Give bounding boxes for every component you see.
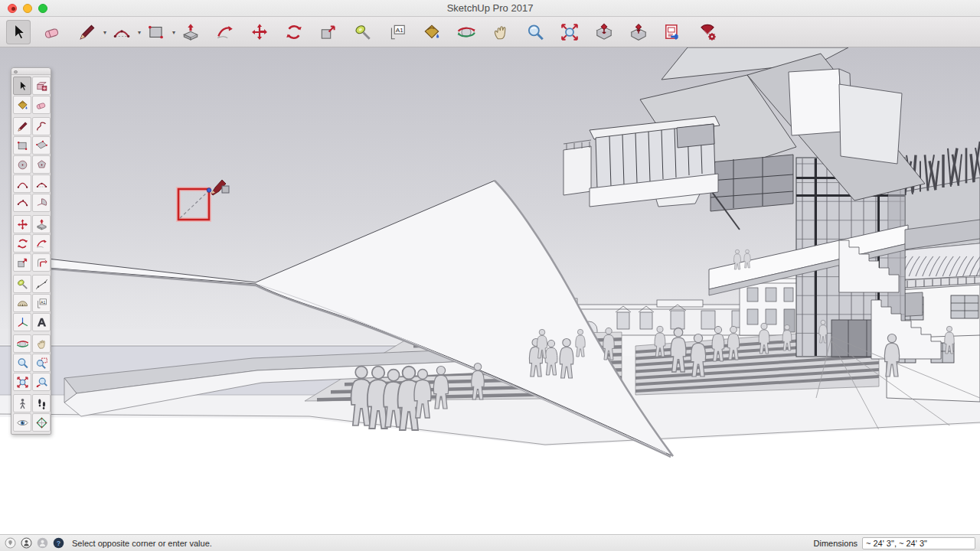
toolbar-button-text[interactable]: A1 [385, 20, 410, 44]
palette-button-zoom-previous[interactable] [32, 373, 51, 391]
palette-button-line[interactable] [13, 117, 31, 135]
palette-button-walk[interactable] [32, 394, 51, 412]
palette-button-text[interactable]: A1 [32, 294, 51, 312]
palette-button-make-component[interactable] [32, 77, 51, 95]
model-canvas[interactable] [0, 47, 980, 534]
tape-measure-icon [353, 22, 373, 42]
maximize-button[interactable] [38, 4, 47, 13]
palette-button-pan[interactable] [32, 334, 51, 353]
eraser-icon [35, 99, 48, 112]
palette-button-tape-measure[interactable] [13, 275, 31, 293]
palette-button-two-point-arc[interactable] [32, 174, 51, 193]
palette-button-select[interactable] [13, 77, 31, 95]
sign-in-status-icon[interactable] [37, 537, 48, 549]
palette-button-arc[interactable] [13, 174, 31, 193]
toolbar-button-extension-warehouse[interactable] [695, 20, 720, 44]
palette-button-zoom-window[interactable] [32, 354, 51, 372]
palette-button-scale[interactable] [13, 253, 31, 272]
toolbar-button-move[interactable] [247, 20, 272, 44]
palette-button-protractor[interactable] [13, 294, 31, 312]
toolbar-button-eraser[interactable] [41, 20, 65, 44]
toolbar-button-rotate[interactable] [282, 20, 306, 44]
pie-icon [35, 197, 48, 210]
toolbar-button-paint-bucket[interactable] [420, 20, 444, 44]
select-icon [16, 80, 29, 93]
palette-button-rotate[interactable] [13, 234, 31, 253]
inference-endpoint-dot [207, 188, 211, 193]
palette-button-axes[interactable] [13, 313, 31, 331]
window-title: SketchUp Pro 2017 [0, 2, 980, 14]
palette-button-rotated-rectangle[interactable] [32, 136, 51, 155]
sketchup-window: SketchUp Pro 2017 ▾▾▾A1 [0, 0, 980, 551]
toolbar-button-two-point-arc[interactable]: ▾ [109, 20, 134, 44]
line-icon [16, 120, 29, 133]
palette-button-section-plane[interactable] [32, 413, 51, 432]
title-bar[interactable]: SketchUp Pro 2017 [0, 0, 980, 17]
two-point-arc-icon [112, 22, 132, 42]
palette-button-three-point-arc[interactable] [13, 194, 31, 212]
toolbar-button-pan[interactable] [488, 20, 513, 44]
toolbar-button-share-model[interactable] [626, 20, 651, 44]
palette-button-pie[interactable] [32, 194, 51, 212]
large-tool-set-palette[interactable]: A1 [11, 67, 51, 435]
help-status-icon[interactable]: ? [53, 537, 64, 549]
eraser-icon [43, 22, 63, 42]
look-around-icon [16, 416, 29, 429]
dimensions-input[interactable] [862, 537, 975, 549]
toolbar-button-zoom[interactable] [523, 20, 547, 44]
palette-group [13, 117, 49, 212]
palette-button-orbit[interactable] [13, 334, 31, 353]
palette-button-rectangle[interactable] [13, 136, 31, 155]
palette-button-freehand[interactable] [32, 117, 51, 135]
dropdown-arrow-icon[interactable]: ▾ [103, 29, 106, 36]
toolbar-button-tape-measure[interactable] [351, 20, 375, 44]
arc-icon [16, 178, 29, 191]
toolbar-button-line[interactable]: ▾ [75, 20, 100, 44]
palette-button-follow-me[interactable] [32, 234, 51, 253]
palette-close-icon[interactable] [14, 70, 18, 74]
palette-button-zoom[interactable] [13, 354, 31, 372]
palette-button-look-around[interactable] [13, 413, 31, 432]
close-button[interactable] [8, 4, 17, 13]
palette-button-zoom-extents[interactable] [13, 373, 31, 391]
scale-icon [318, 22, 338, 42]
palette-button-3d-text[interactable] [32, 313, 51, 331]
polygon-icon [35, 158, 48, 171]
credit-attribution-status-icon[interactable] [21, 537, 32, 549]
toolbar-button-send-to-layout[interactable] [661, 20, 685, 44]
walk-icon [35, 397, 48, 410]
palette-button-paint-bucket[interactable] [13, 96, 31, 114]
geolocation-status-icon[interactable] [5, 537, 16, 549]
palette-button-eraser[interactable] [32, 96, 51, 114]
minimize-button[interactable] [23, 4, 32, 13]
palette-title-bar[interactable] [11, 68, 51, 75]
palette-button-dimension[interactable] [32, 275, 51, 293]
tape-measure-icon [16, 278, 29, 291]
paint-bucket-icon [422, 22, 442, 42]
dropdown-arrow-icon[interactable]: ▾ [138, 29, 141, 36]
palette-button-circle[interactable] [13, 155, 31, 174]
two-point-arc-icon [35, 178, 48, 191]
dropdown-arrow-icon[interactable]: ▾ [172, 29, 175, 36]
toolbar-button-rectangle[interactable]: ▾ [144, 20, 168, 44]
dimensions-box: Dimensions [814, 537, 975, 549]
toolbar-button-follow-me[interactable] [213, 20, 237, 44]
rectangle-icon [16, 139, 29, 152]
palette-button-polygon[interactable] [32, 155, 51, 174]
text-icon: A1 [387, 22, 407, 42]
zoom-icon [525, 22, 545, 42]
toolbar-button-select[interactable] [6, 20, 31, 44]
line-icon [77, 22, 97, 42]
toolbar-button-orbit[interactable] [454, 20, 479, 44]
freehand-icon [35, 120, 48, 133]
model-viewport[interactable]: A1 [0, 47, 980, 534]
toolbar-button-scale[interactable] [316, 20, 341, 44]
palette-button-move[interactable] [13, 215, 31, 233]
zoom-previous-icon [35, 376, 48, 389]
toolbar-button-zoom-extents[interactable] [557, 20, 582, 44]
palette-button-offset[interactable] [32, 253, 51, 272]
palette-button-position-camera[interactable] [13, 394, 31, 412]
toolbar-button-get-models[interactable] [592, 20, 616, 44]
palette-button-push-pull[interactable] [32, 215, 51, 233]
toolbar-button-push-pull[interactable] [178, 20, 203, 44]
